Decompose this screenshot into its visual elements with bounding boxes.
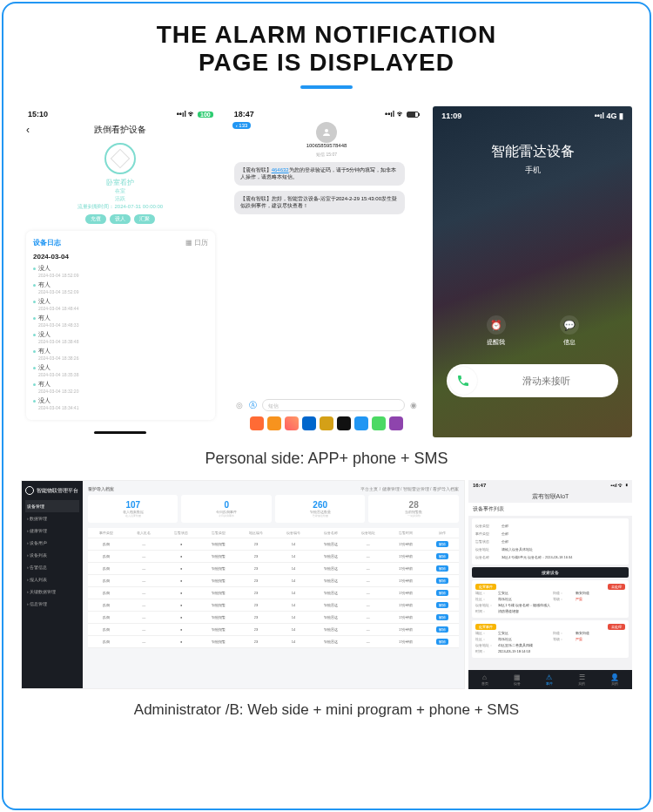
resolve-button[interactable]: 解除 [436,626,448,633]
sidebar-item[interactable]: › 设备用户 [25,537,79,549]
stat-card: 107老人档案数据在人档案数量 [88,495,178,523]
avatar-icon [316,122,337,143]
wifi-icon: ᯤ [188,110,196,118]
tab-item[interactable]: ☰我的 [578,673,585,686]
table-row: 跌倒—●智能报警2314智能雷达—17分钟前解除 [88,612,459,624]
form-row[interactable]: 事件类型全部 [475,530,625,538]
dock-app[interactable] [285,416,299,430]
svg-point-0 [325,129,328,132]
form-row[interactable]: 告警状态全部 [475,538,625,545]
log-title: 设备日志 [33,238,61,247]
personal-caption: Personal side: APP+ phone + SMS [21,450,632,468]
tab-item[interactable]: ⚠事件 [546,673,553,686]
table-row: 跌倒—●智能报警2314智能雷达—17分钟前解除 [88,599,459,612]
sms-code-link[interactable]: 464632 [272,167,289,173]
table-row: 跌倒—●智能报警2314智能雷达—17分钟前解除 [88,563,459,575]
status-time: 11:09 [441,112,461,120]
back-pill[interactable]: ‹ 133 [232,122,252,129]
table-row: 跌倒—●智能报警2314智能雷达—17分钟前解除 [88,587,459,599]
dock-app[interactable] [337,416,351,430]
resolve-button[interactable]: 解除 [436,553,448,559]
navbar: ‹ 跌倒看护设备 [21,122,220,138]
message-button[interactable]: 💬 信息 [560,315,579,347]
log-item: 没人2024-03-04 18:52:09 [33,264,208,278]
dock-app[interactable] [250,416,264,430]
device-name: 卧室看护 [21,178,220,187]
log-item: 有人2024-03-04 18:32:20 [33,380,208,394]
tab-item[interactable]: ▦设备 [514,673,521,686]
back-button[interactable]: ‹ [26,124,30,136]
log-item: 没人2024-03-04 18:38:48 [33,330,208,344]
status-icons: ••ıl 4G ▮ [595,112,623,120]
table-row: 跌倒—●智能报警2314智能雷达—17分钟前解除 [88,575,459,587]
form-row[interactable]: 设备名称34区4号楼4单元 设备名称：2024-03-18 16:34 [475,553,625,561]
table-header: 设备名称 [312,528,349,538]
logo: 智能物联管理平台 [25,486,79,495]
form-row[interactable]: 设备地址请输入设备具体地址 [475,545,625,553]
tabbar: ⌂首页▦设备⚠事件☰我的👤我的 [468,670,632,689]
table-header: 事件类型 [88,528,125,538]
table-header: 设备地址 [349,528,387,538]
resolve-button[interactable]: 解除 [436,541,448,547]
chip-set[interactable]: 设人 [110,214,131,224]
delete-button[interactable]: 未处理 [608,624,625,630]
sidebar-section[interactable]: 设备管理 [25,500,79,512]
table-header: 地区编号 [238,528,275,538]
alarm-icon: ⏰ [487,315,506,335]
dock-app[interactable] [389,416,403,430]
slide-to-answer[interactable]: 滑动来接听 [447,364,618,397]
phone-sms-screenshot: 18:47 ••ıl ᯤ ‹ 133 10065859578448 短信 15:… [227,106,427,437]
status-icons: ••ıl ᯤ [385,110,419,118]
dock-app[interactable] [372,416,386,430]
device-expire: 流量到期时间：2024-07-31 00:00:00 [21,203,220,211]
dock-app[interactable] [354,416,368,430]
log-item: 没人2024-03-04 18:35:38 [33,363,208,377]
form-row[interactable]: 设备类型全部 [475,522,625,530]
compose-input[interactable]: 短信 [262,399,406,411]
admin-caption: Administrator /B: Web side + mini progra… [21,701,632,719]
resolve-button[interactable]: 解除 [436,639,448,645]
resolve-button[interactable]: 解除 [436,578,448,584]
sidebar-item[interactable]: › 数据管理 [25,512,79,524]
query-button[interactable]: 搜索设备 [472,567,629,578]
sms-sender: 10065859578448 [227,143,427,148]
sidebar-item[interactable]: › 健康管理 [25,524,79,537]
phone-call-screenshot: 11:09 ••ıl 4G ▮ 智能雷达设备 手机 ⏰ 提醒我 💬 信息 [433,106,632,437]
signal-icon: ••ıl [595,112,604,120]
dock-app[interactable] [320,416,333,430]
sidebar-item[interactable]: › 报人列表 [25,573,79,585]
log-date: 2024-03-04 [33,253,208,261]
sidebar: 智能物联管理平台 设备管理 › 数据管理› 健康管理› 设备用户› 设备列表› … [22,481,83,688]
tab-item[interactable]: ⌂首页 [481,673,488,686]
chip-edit[interactable]: 汇聚 [134,214,155,224]
device-actions: 充值 设人 汇聚 [21,214,220,224]
appstore-icon[interactable]: Ⓐ [248,400,259,410]
resolve-button[interactable]: 解除 [436,590,448,596]
status-icons: ••ıl ᯤ ▮ [610,483,628,488]
mini-subtitle: 设备事件列表 [468,503,632,516]
table-row: 跌倒—●智能报警2314智能雷达—17分钟前解除 [88,538,459,551]
dock-app[interactable] [267,416,281,430]
chip-recharge[interactable]: 充值 [85,214,106,224]
camera-icon[interactable]: ◎ [234,400,245,410]
device-state: 在室 [21,187,220,195]
device-icon [104,143,136,174]
sidebar-item[interactable]: › 告警信息 [25,561,79,573]
table-header: 告警状态 [163,528,200,538]
resolve-button[interactable]: 解除 [436,565,448,572]
resolve-button[interactable]: 解除 [436,602,448,608]
sidebar-item[interactable]: › 信息管理 [25,598,79,610]
remind-button[interactable]: ⏰ 提醒我 [487,315,506,347]
delete-button[interactable]: 未处理 [608,584,625,590]
dock-app[interactable] [302,416,316,430]
resolve-button[interactable]: 解除 [436,614,448,620]
tab-item[interactable]: 👤我的 [610,673,619,686]
caller-info: 智能雷达设备 手机 [433,143,632,176]
log-item: 有人2024-03-04 18:52:09 [33,281,208,294]
sidebar-item[interactable]: › 设备列表 [25,549,79,561]
calendar-button[interactable]: ▦ 日历 [185,238,208,247]
device-header: 卧室看护 在室 活跃 流量到期时间：2024-07-31 00:00:00 充值… [21,143,220,224]
sidebar-item[interactable]: › 关键数据管理 [25,585,79,598]
status-time: 15:10 [28,110,48,118]
mic-icon[interactable]: ◉ [408,400,419,410]
